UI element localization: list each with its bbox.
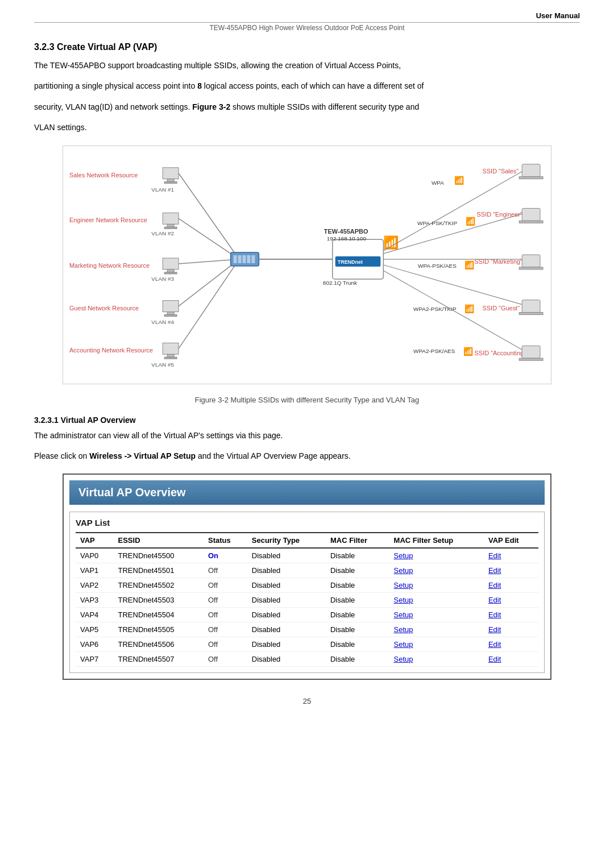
vap-overview-title: Virtual AP Overview (69, 480, 545, 505)
cell-edit-link[interactable]: Edit (484, 637, 538, 652)
cell-setup-link[interactable]: Setup (389, 578, 484, 593)
table-row: VAP0 TRENDnet45500 On Disabled Disable S… (76, 548, 538, 563)
svg-text:📶: 📶 (454, 175, 464, 185)
col-status: Status (204, 533, 247, 548)
cell-essid: TRENDnet45500 (114, 548, 204, 563)
page-number: 25 (34, 697, 580, 705)
svg-line-28 (179, 259, 239, 306)
cell-vap: VAP1 (76, 563, 114, 578)
table-row: VAP1 TRENDnet45501 Off Disabled Disable … (76, 563, 538, 578)
svg-rect-3 (164, 181, 177, 183)
cell-vap: VAP5 (76, 622, 114, 637)
cell-edit-link[interactable]: Edit (484, 593, 538, 608)
cell-security: Disabled (247, 548, 326, 563)
svg-text:WPA: WPA (432, 179, 444, 185)
cell-setup-link[interactable]: Setup (389, 637, 484, 652)
figure-caption: Figure 3-2 Multiple SSIDs with different… (34, 396, 580, 404)
svg-rect-32 (238, 255, 242, 263)
cell-edit-link[interactable]: Edit (484, 622, 538, 637)
cell-essid: TRENDnet45501 (114, 563, 204, 578)
cell-essid: TRENDnet45506 (114, 637, 204, 652)
table-row: VAP7 TRENDnet45507 Off Disabled Disable … (76, 652, 538, 667)
svg-rect-8 (164, 227, 177, 229)
cell-essid: TRENDnet45504 (114, 608, 204, 622)
header: User Manual (34, 11, 580, 23)
cell-setup-link[interactable]: Setup (389, 652, 484, 667)
cell-edit-link[interactable]: Edit (484, 652, 538, 667)
svg-rect-2 (167, 178, 174, 181)
table-row: VAP3 TRENDnet45503 Off Disabled Disable … (76, 593, 538, 608)
body-paragraph-2: partitioning a single physical access po… (34, 80, 580, 92)
svg-rect-16 (163, 300, 179, 312)
svg-rect-57 (522, 255, 540, 267)
cell-mac-filter: Disable (326, 593, 389, 608)
svg-rect-63 (522, 300, 540, 312)
svg-line-25 (179, 173, 239, 259)
network-diagram: Sales Network Resource VLAN #1 Engineer … (63, 146, 551, 384)
subsection-body2: Please click on Wireless -> Virtual AP S… (34, 450, 580, 462)
cell-mac-filter: Disable (326, 578, 389, 593)
header-title: User Manual (536, 11, 580, 20)
cell-status: Off (204, 608, 247, 622)
cell-setup-link[interactable]: Setup (389, 608, 484, 622)
svg-rect-69 (522, 346, 540, 358)
col-mac-filter: MAC Filter (326, 533, 389, 548)
svg-rect-1 (163, 167, 179, 178)
subheader: TEW-455APBO High Power Wireless Outdoor … (34, 24, 580, 32)
svg-text:SSID "Engineer": SSID "Engineer" (477, 211, 522, 218)
body-paragraph-4: VLAN settings. (34, 121, 580, 134)
svg-text:SSID "Sales": SSID "Sales" (483, 167, 519, 174)
svg-rect-23 (164, 357, 177, 359)
cell-setup-link[interactable]: Setup (389, 548, 484, 563)
svg-text:WPA2-PSK/AES: WPA2-PSK/AES (413, 348, 455, 354)
cell-status: On (204, 548, 247, 563)
svg-text:SSID "Guest": SSID "Guest" (483, 304, 520, 311)
cell-vap: VAP0 (76, 548, 114, 563)
svg-rect-21 (163, 343, 179, 354)
svg-rect-35 (251, 255, 255, 263)
cell-edit-link[interactable]: Edit (484, 548, 538, 563)
cell-vap: VAP6 (76, 637, 114, 652)
svg-text:📶: 📶 (383, 235, 399, 250)
svg-text:VLAN #1: VLAN #1 (151, 186, 174, 192)
cell-status: Off (204, 637, 247, 652)
svg-text:Accounting Network Resource: Accounting Network Resource (69, 347, 153, 354)
cell-setup-link[interactable]: Setup (389, 563, 484, 578)
svg-rect-6 (163, 213, 179, 224)
svg-text:VLAN #3: VLAN #3 (151, 275, 174, 281)
cell-edit-link[interactable]: Edit (484, 608, 538, 622)
svg-text:Sales Network Resource: Sales Network Resource (69, 171, 138, 178)
subsection-heading: 3.2.3.1 Virtual AP Overview (34, 416, 580, 425)
vap-table: VAP ESSID Status Security Type MAC Filte… (76, 532, 538, 667)
cell-security: Disabled (247, 608, 326, 622)
cell-mac-filter: Disable (326, 563, 389, 578)
col-mac-filter-setup: MAC Filter Setup (389, 533, 484, 548)
svg-rect-13 (164, 272, 177, 274)
col-security: Security Type (247, 533, 326, 548)
svg-text:📶: 📶 (464, 304, 475, 313)
svg-rect-18 (164, 314, 177, 316)
table-row: VAP2 TRENDnet45502 Off Disabled Disable … (76, 578, 538, 593)
body-paragraph-1: The TEW-455APBO support broadcasting mul… (34, 59, 580, 72)
svg-line-27 (179, 259, 239, 264)
table-header-row: VAP ESSID Status Security Type MAC Filte… (76, 533, 538, 548)
cell-status: Off (204, 622, 247, 637)
section-heading: 3.2.3 Create Virtual AP (VAP) (34, 42, 580, 52)
col-essid: ESSID (114, 533, 204, 548)
cell-security: Disabled (247, 563, 326, 578)
svg-rect-11 (163, 258, 179, 269)
cell-edit-link[interactable]: Edit (484, 563, 538, 578)
svg-line-29 (179, 259, 239, 348)
cell-setup-link[interactable]: Setup (389, 622, 484, 637)
cell-status: Off (204, 652, 247, 667)
svg-line-26 (179, 218, 239, 259)
svg-text:📶: 📶 (463, 347, 474, 356)
svg-rect-7 (167, 224, 174, 227)
col-vap-edit: VAP Edit (484, 533, 538, 548)
vap-list-container: VAP List VAP ESSID Status Security Type … (69, 512, 545, 673)
cell-edit-link[interactable]: Edit (484, 578, 538, 593)
cell-setup-link[interactable]: Setup (389, 593, 484, 608)
cell-essid: TRENDnet45507 (114, 652, 204, 667)
cell-essid: TRENDnet45505 (114, 622, 204, 637)
svg-text:TEW-455APBO: TEW-455APBO (324, 228, 368, 235)
